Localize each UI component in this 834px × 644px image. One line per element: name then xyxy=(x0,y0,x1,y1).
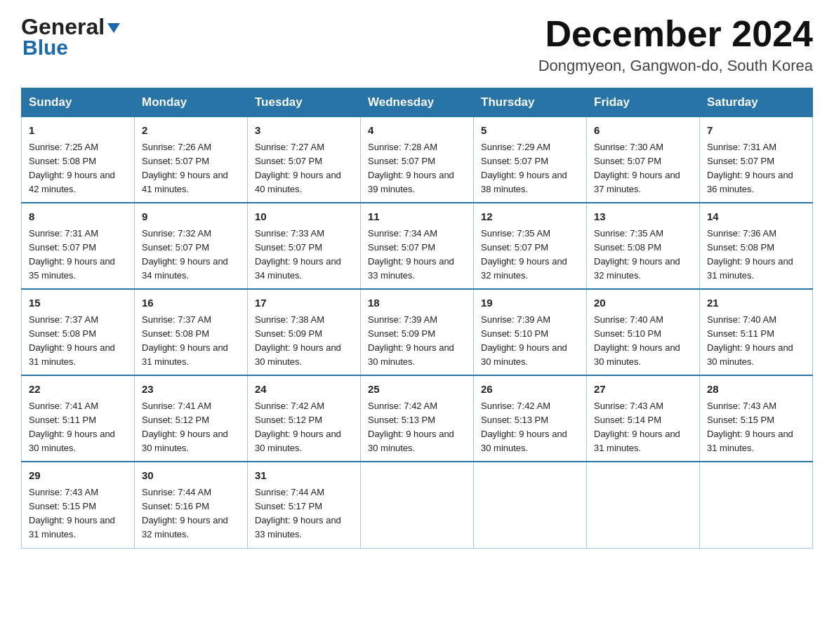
calendar-day-cell: 2Sunrise: 7:26 AMSunset: 5:07 PMDaylight… xyxy=(135,117,248,203)
weekday-header-thursday: Thursday xyxy=(474,88,587,117)
day-info: Sunrise: 7:41 AMSunset: 5:12 PMDaylight:… xyxy=(142,399,240,456)
location-title: Dongmyeon, Gangwon-do, South Korea xyxy=(538,57,813,75)
day-number: 13 xyxy=(594,209,692,225)
calendar-week-row: 1Sunrise: 7:25 AMSunset: 5:08 PMDaylight… xyxy=(22,117,813,203)
calendar-day-cell: 9Sunrise: 7:32 AMSunset: 5:07 PMDaylight… xyxy=(135,203,248,289)
calendar-day-cell: 23Sunrise: 7:41 AMSunset: 5:12 PMDayligh… xyxy=(135,375,248,462)
calendar-week-row: 8Sunrise: 7:31 AMSunset: 5:07 PMDaylight… xyxy=(22,203,813,289)
day-number: 9 xyxy=(142,209,240,225)
day-info: Sunrise: 7:31 AMSunset: 5:07 PMDaylight:… xyxy=(29,227,127,283)
calendar-day-cell: 12Sunrise: 7:35 AMSunset: 5:07 PMDayligh… xyxy=(474,203,587,289)
day-number: 31 xyxy=(255,468,353,484)
day-info: Sunrise: 7:44 AMSunset: 5:17 PMDaylight:… xyxy=(255,485,353,542)
calendar-day-cell: 10Sunrise: 7:33 AMSunset: 5:07 PMDayligh… xyxy=(248,203,361,289)
day-info: Sunrise: 7:31 AMSunset: 5:07 PMDaylight:… xyxy=(707,140,805,197)
calendar-day-cell: 3Sunrise: 7:27 AMSunset: 5:07 PMDaylight… xyxy=(248,117,361,203)
day-number: 19 xyxy=(481,295,579,311)
day-number: 10 xyxy=(255,209,353,225)
day-number: 29 xyxy=(29,468,127,484)
day-info: Sunrise: 7:44 AMSunset: 5:16 PMDaylight:… xyxy=(142,485,240,542)
calendar-day-cell: 6Sunrise: 7:30 AMSunset: 5:07 PMDaylight… xyxy=(587,117,700,203)
day-info: Sunrise: 7:36 AMSunset: 5:08 PMDaylight:… xyxy=(707,227,805,283)
calendar-day-cell: 20Sunrise: 7:40 AMSunset: 5:10 PMDayligh… xyxy=(587,289,700,375)
calendar-week-row: 15Sunrise: 7:37 AMSunset: 5:08 PMDayligh… xyxy=(22,289,813,375)
calendar-day-cell xyxy=(700,462,813,548)
day-info: Sunrise: 7:41 AMSunset: 5:11 PMDaylight:… xyxy=(29,399,127,456)
weekday-header-tuesday: Tuesday xyxy=(248,88,361,117)
day-info: Sunrise: 7:35 AMSunset: 5:07 PMDaylight:… xyxy=(481,227,579,283)
day-number: 3 xyxy=(255,123,353,139)
calendar-day-cell: 4Sunrise: 7:28 AMSunset: 5:07 PMDaylight… xyxy=(361,117,474,203)
logo-blue: Blue xyxy=(21,36,68,60)
day-number: 8 xyxy=(29,209,127,225)
day-number: 16 xyxy=(142,295,240,311)
calendar-day-cell: 30Sunrise: 7:44 AMSunset: 5:16 PMDayligh… xyxy=(135,462,248,548)
day-number: 11 xyxy=(368,209,466,225)
day-info: Sunrise: 7:42 AMSunset: 5:13 PMDaylight:… xyxy=(481,399,579,456)
day-number: 1 xyxy=(29,123,127,139)
calendar-day-cell: 28Sunrise: 7:43 AMSunset: 5:15 PMDayligh… xyxy=(700,375,813,462)
day-number: 18 xyxy=(368,295,466,311)
day-info: Sunrise: 7:42 AMSunset: 5:13 PMDaylight:… xyxy=(368,399,466,456)
day-info: Sunrise: 7:43 AMSunset: 5:15 PMDaylight:… xyxy=(29,485,127,542)
calendar-day-cell: 15Sunrise: 7:37 AMSunset: 5:08 PMDayligh… xyxy=(22,289,135,375)
day-info: Sunrise: 7:29 AMSunset: 5:07 PMDaylight:… xyxy=(481,140,579,197)
calendar-day-cell: 1Sunrise: 7:25 AMSunset: 5:08 PMDaylight… xyxy=(22,117,135,203)
day-number: 14 xyxy=(707,209,805,225)
day-info: Sunrise: 7:28 AMSunset: 5:07 PMDaylight:… xyxy=(368,140,466,197)
day-number: 2 xyxy=(142,123,240,139)
calendar-table: SundayMondayTuesdayWednesdayThursdayFrid… xyxy=(21,88,813,548)
day-number: 7 xyxy=(707,123,805,139)
day-number: 4 xyxy=(368,123,466,139)
weekday-header-sunday: Sunday xyxy=(22,88,135,117)
calendar-day-cell: 21Sunrise: 7:40 AMSunset: 5:11 PMDayligh… xyxy=(700,289,813,375)
calendar-day-cell: 29Sunrise: 7:43 AMSunset: 5:15 PMDayligh… xyxy=(22,462,135,548)
calendar-day-cell: 17Sunrise: 7:38 AMSunset: 5:09 PMDayligh… xyxy=(248,289,361,375)
day-number: 23 xyxy=(142,382,240,398)
day-info: Sunrise: 7:38 AMSunset: 5:09 PMDaylight:… xyxy=(255,313,353,370)
weekday-header-wednesday: Wednesday xyxy=(361,88,474,117)
weekday-header-row: SundayMondayTuesdayWednesdayThursdayFrid… xyxy=(22,88,813,117)
logo-arrow-icon xyxy=(106,20,121,36)
day-info: Sunrise: 7:37 AMSunset: 5:08 PMDaylight:… xyxy=(142,313,240,370)
day-number: 21 xyxy=(707,295,805,311)
day-info: Sunrise: 7:32 AMSunset: 5:07 PMDaylight:… xyxy=(142,227,240,283)
calendar-day-cell: 24Sunrise: 7:42 AMSunset: 5:12 PMDayligh… xyxy=(248,375,361,462)
logo: General Blue xyxy=(21,14,121,60)
svg-marker-0 xyxy=(107,23,120,33)
day-info: Sunrise: 7:26 AMSunset: 5:07 PMDaylight:… xyxy=(142,140,240,197)
day-info: Sunrise: 7:40 AMSunset: 5:10 PMDaylight:… xyxy=(594,313,692,370)
weekday-header-friday: Friday xyxy=(587,88,700,117)
day-info: Sunrise: 7:42 AMSunset: 5:12 PMDaylight:… xyxy=(255,399,353,456)
day-info: Sunrise: 7:34 AMSunset: 5:07 PMDaylight:… xyxy=(368,227,466,283)
day-info: Sunrise: 7:39 AMSunset: 5:10 PMDaylight:… xyxy=(481,313,579,370)
day-number: 28 xyxy=(707,382,805,398)
calendar-week-row: 29Sunrise: 7:43 AMSunset: 5:15 PMDayligh… xyxy=(22,462,813,548)
day-info: Sunrise: 7:25 AMSunset: 5:08 PMDaylight:… xyxy=(29,140,127,197)
calendar-day-cell: 13Sunrise: 7:35 AMSunset: 5:08 PMDayligh… xyxy=(587,203,700,289)
day-info: Sunrise: 7:33 AMSunset: 5:07 PMDaylight:… xyxy=(255,227,353,283)
day-number: 27 xyxy=(594,382,692,398)
calendar-day-cell: 25Sunrise: 7:42 AMSunset: 5:13 PMDayligh… xyxy=(361,375,474,462)
calendar-day-cell: 19Sunrise: 7:39 AMSunset: 5:10 PMDayligh… xyxy=(474,289,587,375)
day-number: 24 xyxy=(255,382,353,398)
page-header: General Blue December 2024 Dongmyeon, Ga… xyxy=(21,14,813,75)
calendar-day-cell xyxy=(474,462,587,548)
day-number: 12 xyxy=(481,209,579,225)
day-number: 30 xyxy=(142,468,240,484)
day-number: 25 xyxy=(368,382,466,398)
day-number: 15 xyxy=(29,295,127,311)
day-number: 5 xyxy=(481,123,579,139)
calendar-day-cell: 26Sunrise: 7:42 AMSunset: 5:13 PMDayligh… xyxy=(474,375,587,462)
day-info: Sunrise: 7:43 AMSunset: 5:14 PMDaylight:… xyxy=(594,399,692,456)
calendar-day-cell: 22Sunrise: 7:41 AMSunset: 5:11 PMDayligh… xyxy=(22,375,135,462)
day-number: 26 xyxy=(481,382,579,398)
calendar-day-cell: 8Sunrise: 7:31 AMSunset: 5:07 PMDaylight… xyxy=(22,203,135,289)
calendar-week-row: 22Sunrise: 7:41 AMSunset: 5:11 PMDayligh… xyxy=(22,375,813,462)
day-info: Sunrise: 7:27 AMSunset: 5:07 PMDaylight:… xyxy=(255,140,353,197)
day-number: 6 xyxy=(594,123,692,139)
calendar-day-cell xyxy=(361,462,474,548)
day-number: 17 xyxy=(255,295,353,311)
month-title: December 2024 xyxy=(538,14,813,54)
day-info: Sunrise: 7:39 AMSunset: 5:09 PMDaylight:… xyxy=(368,313,466,370)
